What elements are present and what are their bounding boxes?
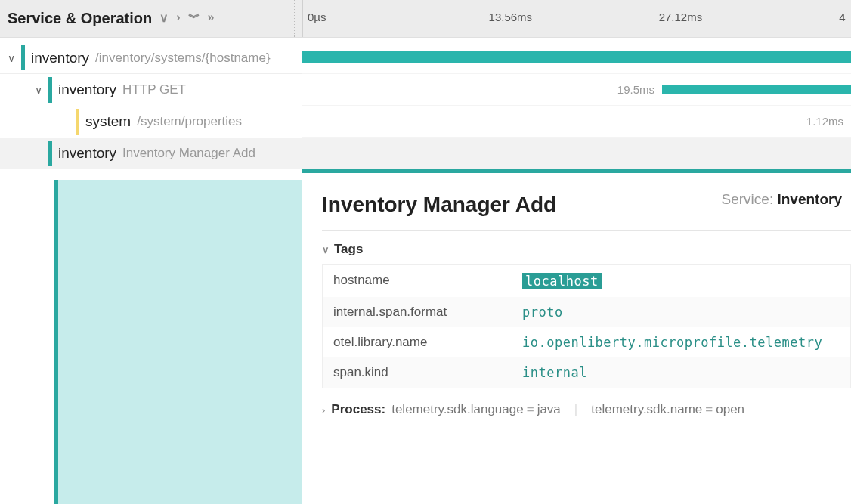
- tag-value: proto: [522, 305, 563, 320]
- tree-header: Service & Operation ∨ › ︾ »: [0, 0, 302, 37]
- process-kv: telemetry.sdk.name=open: [591, 402, 744, 417]
- service-name: inventory: [58, 82, 116, 98]
- operation-name: HTTP GET: [122, 82, 186, 97]
- timeline-lane-selected[interactable]: [302, 138, 851, 169]
- tag-key: internal.span.format: [333, 305, 522, 320]
- tag-value: localhost: [522, 273, 602, 289]
- tag-row[interactable]: span.kind internal: [323, 357, 850, 388]
- span-bar[interactable]: [302, 51, 851, 63]
- tag-row[interactable]: hostname localhost: [323, 265, 850, 297]
- tree-row[interactable]: system /system/properties: [0, 106, 302, 138]
- detail-service: Service: inventory: [722, 191, 842, 208]
- column-resize-handle[interactable]: [289, 0, 295, 37]
- divider: [322, 230, 851, 231]
- timeline-lane[interactable]: [302, 42, 851, 74]
- service-name: inventory: [58, 145, 116, 162]
- timeline-header: 0µs 13.56ms 27.12ms 4: [302, 0, 851, 37]
- service-name: inventory: [31, 50, 89, 66]
- tags-table: hostname localhost internal.span.format …: [322, 264, 851, 388]
- span-duration-label: 19.5ms: [617, 83, 654, 96]
- timeline-tick: 27.12ms: [654, 0, 703, 37]
- timeline-body: 19.5ms 1.12ms Inventory Manager Add Serv…: [302, 38, 851, 504]
- chevron-right-icon: ›: [322, 404, 325, 416]
- double-chevron-down-icon[interactable]: ︾: [188, 11, 200, 26]
- tag-row[interactable]: internal.span.format proto: [323, 297, 850, 327]
- timeline-lane[interactable]: 1.12ms: [302, 106, 851, 138]
- tree-row[interactable]: ∨ inventory /inventory/systems/{hostname…: [0, 42, 302, 74]
- span-duration-label: 1.12ms: [806, 115, 843, 128]
- tree-row[interactable]: ∨ inventory HTTP GET: [0, 74, 302, 106]
- service-color-bar: [21, 45, 25, 70]
- service-color-bar: [48, 141, 52, 166]
- tree-row-selected[interactable]: inventory Inventory Manager Add: [0, 138, 302, 169]
- chevron-right-icon[interactable]: ›: [176, 11, 180, 26]
- span-bar[interactable]: [662, 85, 851, 94]
- double-chevron-right-icon[interactable]: »: [208, 11, 215, 26]
- service-color-bar: [76, 109, 79, 135]
- collapse-chevron-icon[interactable]: ∨: [5, 52, 18, 64]
- tag-key: span.kind: [333, 365, 522, 380]
- service-name: system: [85, 113, 131, 130]
- tag-key: hostname: [333, 273, 522, 289]
- operation-name: Inventory Manager Add: [122, 146, 255, 161]
- tag-value: io.openliberty.microprofile.telemetry: [522, 335, 822, 350]
- tag-row[interactable]: otel.library.name io.openliberty.micropr…: [323, 327, 850, 357]
- timeline-tick: 0µs: [302, 0, 326, 37]
- operation-name: /system/properties: [137, 114, 242, 129]
- tags-section: ∨ Tags hostname localhost internal.span.…: [322, 242, 851, 388]
- operation-name: /inventory/systems/{hostname}: [95, 51, 271, 66]
- collapse-chevron-icon[interactable]: ∨: [32, 84, 45, 96]
- process-section[interactable]: › Process: telemetry.sdk.language=java |…: [322, 402, 851, 417]
- timeline-lane[interactable]: 19.5ms: [302, 74, 851, 106]
- timeline-tick: 4: [834, 0, 845, 37]
- detail-left-fill: [54, 180, 302, 504]
- span-detail-panel: Inventory Manager Add Service: inventory…: [302, 173, 851, 417]
- process-kv: telemetry.sdk.language=java: [391, 402, 561, 417]
- tree-header-title: Service & Operation: [8, 10, 152, 27]
- chevron-down-icon[interactable]: ∨: [159, 11, 169, 26]
- detail-title: Inventory Manager Add: [322, 191, 556, 218]
- tag-value: internal: [522, 365, 587, 380]
- service-color-bar: [48, 77, 52, 103]
- chevron-down-icon: ∨: [322, 244, 330, 255]
- tag-key: otel.library.name: [333, 335, 522, 350]
- timeline-tick: 13.56ms: [484, 0, 533, 37]
- tags-header[interactable]: ∨ Tags: [322, 242, 851, 257]
- span-tree: ∨ inventory /inventory/systems/{hostname…: [0, 38, 302, 504]
